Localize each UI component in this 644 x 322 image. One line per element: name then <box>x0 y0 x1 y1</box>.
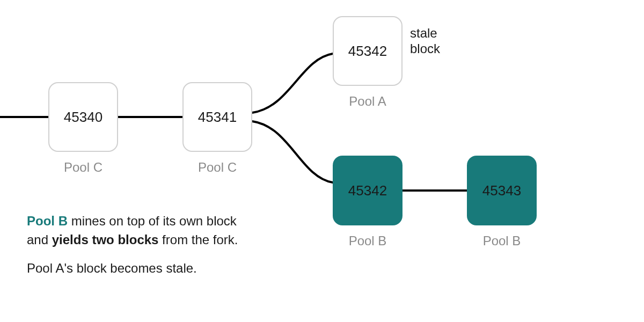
block-height: 45342 <box>348 182 387 199</box>
pool-label-b1: Pool C <box>48 160 118 175</box>
diagram-canvas: 45340 Pool C 45341 Pool C 45342 Pool A s… <box>0 0 644 322</box>
caption-text: Pool B mines on top of its own block and… <box>27 212 295 277</box>
pool-label-b3: Pool A <box>333 94 402 109</box>
block-height: 45340 <box>64 109 103 126</box>
block-45340: 45340 <box>48 82 118 152</box>
block-45342-stale: 45342 <box>333 16 402 86</box>
block-height: 45341 <box>198 109 237 126</box>
block-height: 45342 <box>348 43 387 60</box>
block-height: 45343 <box>482 182 521 199</box>
stale-line2: block <box>410 41 440 56</box>
caption-seg3: from the fork. <box>158 232 238 247</box>
caption-seg1: mines on top of its own block <box>68 214 237 228</box>
stale-block-label: stale block <box>410 26 440 57</box>
pool-label-b4: Pool B <box>333 233 402 248</box>
pool-label-b5: Pool B <box>467 233 537 248</box>
caption-line2: Pool A's block becomes stale. <box>27 261 197 275</box>
block-45343: 45343 <box>467 156 537 225</box>
caption-poolb: Pool B <box>27 214 68 228</box>
block-45342-poolb: 45342 <box>333 156 402 225</box>
pool-label-b2: Pool C <box>182 160 252 175</box>
stale-line1: stale <box>410 26 437 40</box>
caption-seg2: and <box>27 232 52 247</box>
caption-bold: yields two blocks <box>52 232 159 247</box>
block-45341: 45341 <box>182 82 252 152</box>
